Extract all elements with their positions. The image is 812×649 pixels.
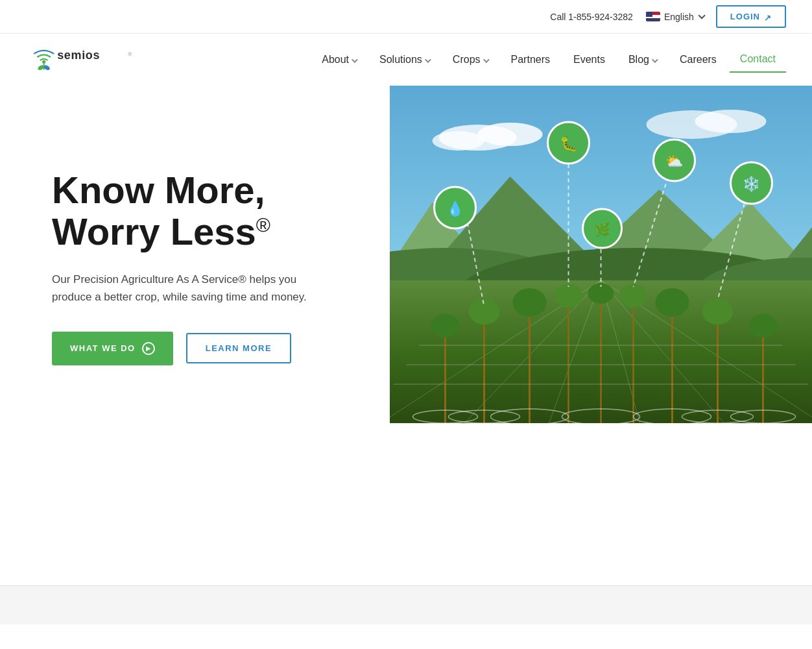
nav-item-contact: Contact: [730, 47, 786, 73]
svg-point-9: [432, 131, 484, 151]
chevron-down-icon: [425, 56, 431, 63]
nav-link-crops[interactable]: Crops: [442, 47, 498, 72]
us-flag-icon: [646, 12, 660, 21]
semios-logo: semios ®: [26, 40, 143, 79]
chevron-down-icon: [652, 56, 658, 63]
nav-item-solutions: Solutions: [369, 47, 440, 72]
hero-heading-line1: Know More,: [52, 169, 265, 211]
hero-heading-line2: Worry Less: [52, 210, 256, 252]
hero-heading: Know More, Worry Less®: [52, 169, 380, 252]
svg-point-44: [619, 284, 647, 308]
svg-text:⛅: ⛅: [665, 153, 684, 170]
nav-link-about[interactable]: About: [311, 47, 366, 72]
language-selector[interactable]: English: [646, 12, 703, 22]
login-button[interactable]: LOGIN: [716, 5, 786, 28]
svg-text:🐛: 🐛: [560, 135, 578, 153]
nav-label-blog: Blog: [628, 54, 649, 66]
svg-text:💧: 💧: [446, 200, 464, 217]
nav-label-events: Events: [573, 54, 605, 66]
play-icon: [142, 342, 155, 355]
svg-point-47: [748, 314, 777, 337]
below-hero: [0, 423, 812, 585]
nav-item-crops: Crops: [442, 47, 498, 72]
svg-point-42: [554, 284, 582, 308]
nav-label-crops: Crops: [453, 54, 481, 66]
svg-point-41: [512, 288, 546, 317]
language-label: English: [664, 12, 694, 22]
phone-label: Call 1-855-924-3282: [550, 12, 633, 22]
chevron-down-icon: [352, 56, 358, 63]
nav-link-solutions[interactable]: Solutions: [369, 47, 440, 72]
hero-image: 🐛 💧 ⛅ 🌿 ❄️: [390, 86, 812, 423]
nav-item-blog: Blog: [618, 47, 667, 72]
hero-section: Know More, Worry Less® Our Precision Agr…: [0, 86, 812, 423]
external-link-icon: [764, 13, 772, 21]
nav-links: About Solutions Crops Partners Events: [311, 47, 786, 73]
top-bar: Call 1-855-924-3282 English LOGIN: [0, 0, 812, 34]
hero-subtext: Our Precision Agriculture As A Service® …: [52, 271, 324, 306]
svg-point-39: [431, 314, 459, 337]
hero-buttons: WHAT WE DO LEARN MORE: [52, 332, 380, 365]
svg-text:❄️: ❄️: [743, 175, 761, 193]
nav-item-events: Events: [563, 47, 615, 72]
nav-link-contact[interactable]: Contact: [730, 47, 786, 73]
scene-svg: 🐛 💧 ⛅ 🌿 ❄️: [390, 86, 812, 423]
hero-left: Know More, Worry Less® Our Precision Agr…: [0, 99, 406, 423]
hero-image-panel: 🐛 💧 ⛅ 🌿 ❄️: [390, 86, 812, 423]
svg-point-8: [477, 123, 542, 146]
nav-label-contact: Contact: [740, 53, 776, 65]
logo-link[interactable]: semios ®: [26, 40, 143, 79]
nav-item-partners: Partners: [501, 47, 560, 72]
nav-label-partners: Partners: [511, 54, 550, 66]
learn-more-button[interactable]: LEARN MORE: [186, 333, 291, 363]
nav-label-solutions: Solutions: [379, 54, 422, 66]
svg-point-46: [702, 299, 733, 324]
svg-text:®: ®: [128, 51, 132, 57]
chevron-down-icon: [698, 12, 705, 19]
nav-link-events[interactable]: Events: [563, 47, 615, 72]
svg-point-11: [695, 110, 766, 133]
nav-item-careers: Careers: [669, 47, 727, 72]
registered-symbol: ®: [256, 214, 270, 235]
bottom-bar: [0, 585, 812, 624]
nav-link-blog[interactable]: Blog: [618, 47, 667, 72]
svg-text:🌿: 🌿: [594, 222, 610, 238]
nav-label-careers: Careers: [680, 54, 717, 66]
svg-point-40: [468, 299, 499, 324]
svg-text:semios: semios: [57, 49, 100, 62]
nav-item-about: About: [311, 47, 366, 72]
learn-more-label: LEARN MORE: [206, 343, 272, 353]
nav-link-careers[interactable]: Careers: [669, 47, 727, 72]
what-we-do-label: WHAT WE DO: [70, 343, 136, 353]
login-label: LOGIN: [730, 12, 760, 21]
phone-info: Call 1-855-924-3282: [550, 12, 633, 22]
main-navbar: semios ® About Solutions Crops P: [0, 34, 812, 86]
nav-label-about: About: [322, 54, 349, 66]
nav-link-partners[interactable]: Partners: [501, 47, 560, 72]
svg-point-45: [655, 288, 689, 317]
what-we-do-button[interactable]: WHAT WE DO: [52, 332, 173, 365]
chevron-down-icon: [483, 56, 489, 63]
